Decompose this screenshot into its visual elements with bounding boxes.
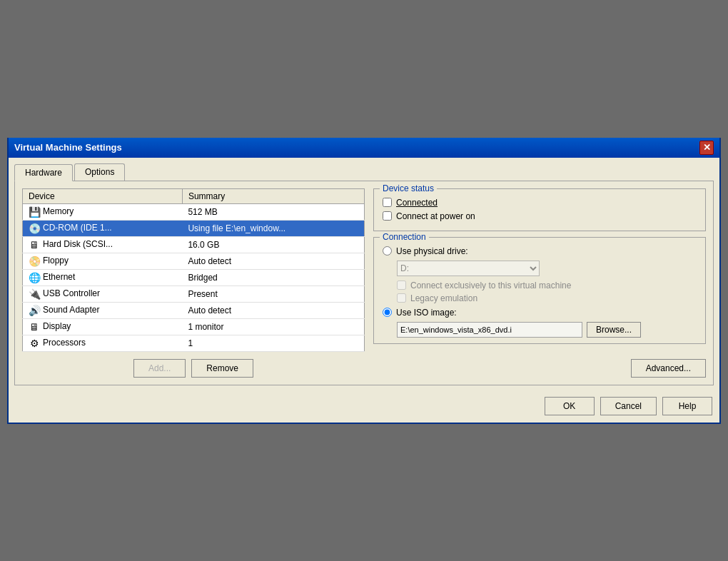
window-body: Hardware Options Device Summary 💾Memory … [9, 158, 719, 391]
device-icon: 🖥 [29, 321, 40, 333]
connection-legend: Connection [380, 232, 429, 242]
legacy-label: Legacy emulation [410, 293, 477, 303]
table-row[interactable]: 🔊Sound Adapter Auto detect [23, 302, 365, 318]
connected-label: Connected [396, 198, 438, 208]
iso-image-label: Use ISO image: [396, 308, 457, 318]
exclusively-row: Connect exclusively to this virtual mach… [397, 280, 697, 290]
table-row[interactable]: 🖥Display 1 monitor [23, 318, 365, 335]
main-window: Virtual Machine Settings ✕ Hardware Opti… [7, 138, 721, 424]
tab-options[interactable]: Options [74, 163, 125, 181]
iso-image-radio[interactable] [383, 308, 392, 317]
legacy-checkbox[interactable] [397, 293, 406, 303]
summary-cell: Present [182, 285, 364, 302]
physical-drive-label: Use physical drive: [396, 246, 468, 256]
connect-power-checkbox[interactable] [383, 211, 392, 221]
device-cell: 📀Floppy [23, 253, 183, 269]
footer: OK Cancel Help [9, 391, 719, 423]
device-icon: 💿 [29, 223, 40, 234]
summary-cell: 512 MB [182, 203, 364, 220]
summary-cell: 1 [182, 335, 364, 351]
summary-cell: 16.0 GB [182, 236, 364, 253]
device-icon: 🔌 [29, 288, 40, 300]
exclusively-checkbox[interactable] [397, 280, 406, 290]
device-icon: 🔊 [29, 305, 40, 316]
close-button[interactable]: ✕ [699, 141, 714, 155]
drive-dropdown[interactable]: D: [397, 261, 540, 276]
device-cell: 🖥Display [23, 318, 183, 335]
connected-row: Connected [383, 198, 697, 208]
connect-power-row: Connect at power on [383, 211, 697, 221]
device-icon: 📀 [29, 256, 40, 267]
remove-button[interactable]: Remove [191, 359, 253, 378]
device-cell: 🔊Sound Adapter [23, 302, 183, 318]
device-status-legend: Device status [380, 183, 437, 193]
legacy-row: Legacy emulation [397, 293, 697, 303]
ok-button[interactable]: OK [545, 397, 595, 415]
device-cell: ⚙Processors [23, 335, 183, 351]
advanced-button[interactable]: Advanced... [631, 359, 706, 378]
device-icon: 🌐 [29, 272, 40, 283]
add-button[interactable]: Add... [133, 359, 186, 378]
window-title: Virtual Machine Settings [14, 142, 122, 153]
connection-group: Connection Use physical drive: D: [373, 237, 706, 344]
connect-power-label: Connect at power on [396, 211, 475, 221]
col-device: Device [23, 188, 183, 203]
tab-bar: Hardware Options [14, 163, 714, 181]
device-cell: 🖥Hard Disk (SCSI... [23, 236, 183, 253]
device-status-group: Device status Connected Connect at power [373, 188, 706, 231]
connected-checkbox[interactable] [383, 198, 392, 207]
right-panel-top: Device status Connected Connect at power [373, 188, 706, 344]
device-cell: 💿CD-ROM (IDE 1... [23, 220, 183, 236]
device-cell: 🌐Ethernet [23, 269, 183, 285]
device-icon: ⚙ [29, 338, 40, 349]
device-cell: 💾Memory [23, 203, 183, 220]
table-row[interactable]: 🔌USB Controller Present [23, 285, 365, 302]
title-bar: Virtual Machine Settings ✕ [9, 138, 719, 158]
table-row[interactable]: 🖥Hard Disk (SCSI... 16.0 GB [23, 236, 365, 253]
advanced-row: Advanced... [373, 359, 706, 378]
iso-path-row: Browse... [397, 322, 697, 338]
right-panel-wrapper: Device status Connected Connect at power [373, 188, 706, 378]
cancel-button[interactable]: Cancel [600, 397, 657, 415]
browse-button[interactable]: Browse... [587, 322, 641, 338]
physical-drive-radio[interactable] [383, 246, 392, 256]
summary-cell: Auto detect [182, 302, 364, 318]
summary-cell: Auto detect [182, 253, 364, 269]
device-cell: 🔌USB Controller [23, 285, 183, 302]
table-row[interactable]: 💾Memory 512 MB [23, 203, 365, 220]
table-row[interactable]: 🌐Ethernet Bridged [23, 269, 365, 285]
tab-hardware[interactable]: Hardware [14, 164, 73, 181]
iso-image-row: Use ISO image: [383, 308, 697, 318]
physical-drive-row: Use physical drive: [383, 246, 697, 256]
summary-cell: Using file E:\en_window... [182, 220, 364, 236]
summary-cell: Bridged [182, 269, 364, 285]
device-status-inner: Connected Connect at power on [383, 198, 697, 221]
device-icon: 🖥 [29, 239, 40, 251]
help-button[interactable]: Help [662, 397, 712, 415]
table-row[interactable]: ⚙Processors 1 [23, 335, 365, 351]
drive-dropdown-row: D: [397, 261, 697, 276]
device-list-buttons: Add... Remove [22, 359, 365, 378]
summary-cell: 1 monitor [182, 318, 364, 335]
device-list-panel: Device Summary 💾Memory 512 MB 💿CD-ROM (I… [22, 188, 365, 378]
iso-path-input[interactable] [397, 322, 582, 338]
device-table: Device Summary 💾Memory 512 MB 💿CD-ROM (I… [22, 188, 365, 352]
col-summary: Summary [182, 188, 364, 203]
table-row[interactable]: 💿CD-ROM (IDE 1... Using file E:\en_windo… [23, 220, 365, 236]
content-area: Device Summary 💾Memory 512 MB 💿CD-ROM (I… [14, 181, 714, 385]
connection-inner: Use physical drive: D: Connect exclusive… [383, 246, 697, 338]
device-icon: 💾 [29, 206, 40, 218]
exclusively-label: Connect exclusively to this virtual mach… [410, 280, 571, 290]
table-row[interactable]: 📀Floppy Auto detect [23, 253, 365, 269]
